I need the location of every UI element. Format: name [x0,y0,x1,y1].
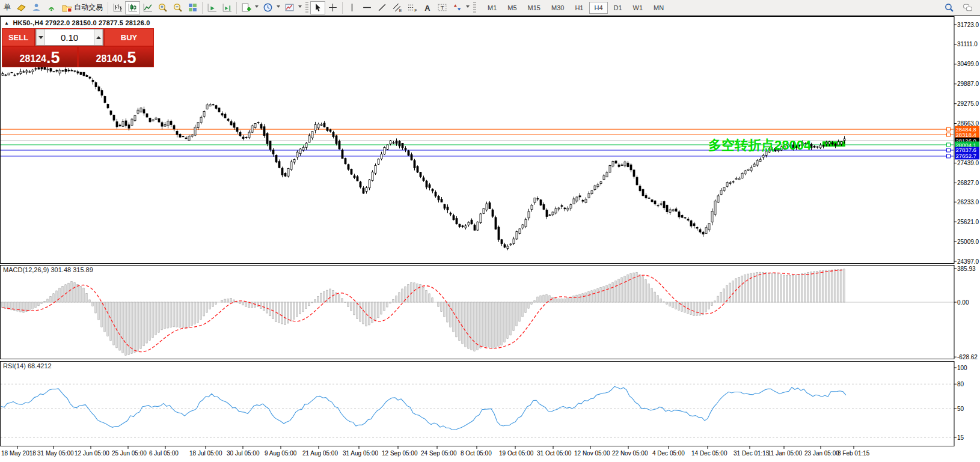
text-button[interactable]: A [420,1,435,14]
cursor-button[interactable] [310,1,325,14]
volume-input[interactable] [45,29,94,45]
buy-button[interactable]: BUY [105,29,153,46]
arrows-dropdown[interactable] [465,1,471,14]
line-handle[interactable] [947,143,951,147]
chart-line-button[interactable] [140,1,155,14]
timeframe-w1[interactable]: W1 [628,2,648,14]
time-axis-label: 12 Sep 05:00 [382,450,418,457]
timeframe-h4[interactable]: H4 [589,2,607,14]
volume-decrease-button[interactable] [36,29,45,45]
channel-button[interactable]: E [390,1,405,14]
signals-button[interactable] [44,1,59,14]
chart-candles-button[interactable] [125,1,140,14]
timeframe-m5[interactable]: M5 [503,2,521,14]
crosshair-button[interactable] [325,1,340,14]
autotrading-button[interactable]: 自动交易 [59,1,106,14]
text-label-icon: T [437,2,447,13]
time-axis-label: 6 Jul 05:00 [149,450,179,457]
timeframe-d1[interactable]: D1 [609,2,627,14]
new-order-button[interactable]: 单 [1,1,14,14]
search-button[interactable] [942,1,957,14]
volume-increase-button[interactable] [94,29,103,45]
timeframe-h1[interactable]: H1 [570,2,588,14]
time-axis-label: 8 Feb 01:15 [838,450,870,457]
trendline-icon [377,2,387,13]
indicators-dropdown[interactable] [254,1,260,14]
toolbar-separator [202,2,203,14]
annotation-text[interactable]: 多空转折点28004 [708,138,812,153]
chart-shift-button[interactable] [219,1,234,14]
community-button[interactable] [29,1,44,14]
timeframe-m15[interactable]: M15 [523,2,545,14]
price-tick-label: 31111.0 [957,41,978,47]
macd-tick-label: -628.62 [957,354,978,360]
zoom-out-button[interactable] [170,1,185,14]
candlestick-chart-icon [127,2,138,13]
zoom-in-icon [158,2,168,13]
rsi-tick-label: 80 [957,381,964,388]
rsi-panel[interactable] [1,362,955,446]
toolbar-right-icons [942,1,975,14]
collapse-arrow-icon[interactable]: ▲ [4,20,9,26]
tile-windows-button[interactable] [185,1,200,14]
time-axis-label: 8 Oct 05:00 [461,450,492,457]
signals-icon [46,2,57,13]
autotrading-label: 自动交易 [74,2,103,13]
line-handle[interactable] [947,154,951,158]
crosshair-icon [328,2,338,13]
toolbar-separator [342,2,343,14]
vertical-line-button[interactable] [345,1,360,14]
autoscroll-button[interactable] [204,1,219,14]
line-handle[interactable] [947,133,951,136]
chat-button[interactable] [960,1,975,14]
price-tick-label: 25621.0 [957,219,979,225]
ohlc-values: 27922.0 28150.0 27877.5 28126.0 [45,19,150,26]
timeframe-m30[interactable]: M30 [547,2,569,14]
chart-canvas[interactable]: 多空转折点2800431723.031111.030499.029887.029… [0,16,980,462]
macd-tick-label: 385.93 [957,266,976,272]
periods-button[interactable] [260,1,275,14]
template-icon [284,2,295,13]
indicators-button[interactable] [239,1,254,14]
text-icon: A [422,2,432,13]
periods-dropdown[interactable] [275,1,282,14]
text-label-button[interactable]: T [435,1,450,14]
templates-button[interactable] [282,1,297,14]
timeframe-m1[interactable]: M1 [483,2,501,14]
toolbar-grip[interactable] [305,2,308,14]
chevron-down-icon [298,5,302,10]
new-order-label: 单 [4,2,11,13]
rsi-tick-label: 100 [957,365,967,371]
time-axis-label: 19 Oct 05:00 [499,450,534,457]
horizontal-line-icon [362,2,372,13]
community-icon [31,2,41,13]
fibonacci-button[interactable]: F [405,1,420,14]
chart-shift-icon [222,2,232,13]
toolbar-grip[interactable] [473,2,476,14]
trendline-button[interactable] [375,1,390,14]
time-axis-label: 12 Jun 05:00 [75,450,109,457]
price-tick-label: 29887.0 [957,81,979,87]
price-tick-label: 26827.0 [957,180,979,186]
sell-price-dec: .5 [46,49,60,67]
sell-button[interactable]: SELL [2,29,34,46]
zoom-in-button[interactable] [155,1,170,14]
price-tick-label: 26233.0 [957,199,979,205]
line-handle[interactable] [947,127,951,131]
horizontal-line-button[interactable] [360,1,375,14]
line-handle[interactable] [947,148,951,152]
autotrading-icon [62,2,72,13]
arrows-button[interactable] [450,1,465,14]
time-axis-label: 31 Dec 01:15 [733,450,770,457]
time-axis-label: 23 Jan 05:00 [804,450,839,457]
templates-dropdown[interactable] [297,1,304,14]
time-axis-label: 14 Dec 05:00 [691,450,727,457]
timeframe-mn[interactable]: MN [649,2,669,14]
buy-price[interactable]: 28140 .5 [79,47,153,67]
time-axis-label: 18 Jul 05:00 [189,450,222,457]
sell-price[interactable]: 28124 .5 [2,47,77,67]
price-tag-label: 28318.4 [956,132,976,138]
chart-bars-button[interactable] [110,1,125,14]
chevron-down-icon [255,5,259,10]
order-ticket-button[interactable] [14,1,29,14]
